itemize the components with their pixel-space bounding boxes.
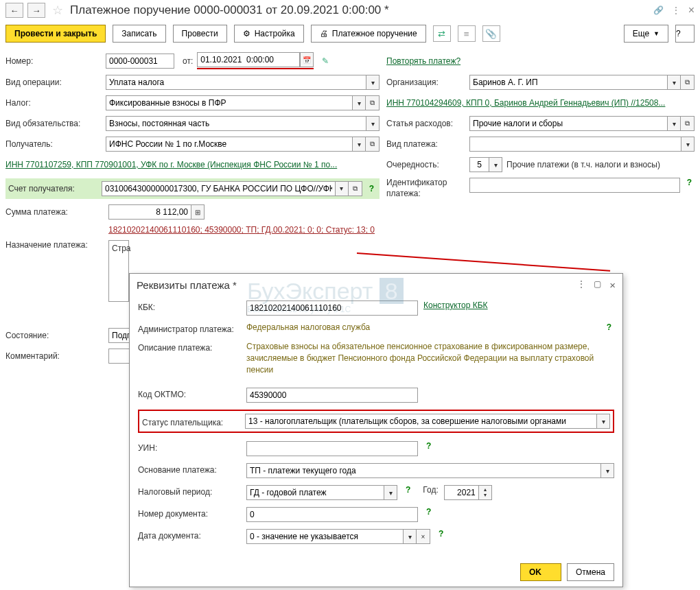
identifier-label: Идентификатор платежа: <box>386 178 465 199</box>
close-icon[interactable]: × <box>688 4 695 16</box>
pay-type-dropdown[interactable]: ▾ <box>681 137 695 152</box>
date-from-label: от: <box>183 56 193 66</box>
purpose-input[interactable]: Стра <box>108 240 129 302</box>
account-label: Счет получателя: <box>8 184 97 193</box>
payment-details-link[interactable]: 18210202140061110160; 45390000; ТП; ГД.0… <box>108 225 695 235</box>
recipient-input[interactable] <box>106 137 352 152</box>
identifier-input[interactable] <box>469 178 680 193</box>
account-help[interactable]: ? <box>366 184 377 193</box>
account-open[interactable]: ⧉ <box>349 181 362 196</box>
op-type-label: Вид операции: <box>5 78 102 87</box>
org-input[interactable] <box>469 75 667 90</box>
tax-input[interactable] <box>106 95 352 110</box>
tax-open[interactable]: ⧉ <box>366 95 380 110</box>
op-type-dropdown[interactable]: ▾ <box>366 75 380 90</box>
kbk-label: КБК: <box>138 300 241 312</box>
settings-label: Настройка <box>255 29 295 38</box>
favorite-icon[interactable]: ☆ <box>52 3 63 18</box>
print-button[interactable]: 🖨 Платежное поручение <box>311 25 426 43</box>
post-button[interactable]: Провести <box>173 25 227 43</box>
priority-label: Очередность: <box>386 160 465 169</box>
sum-label: Сумма платежа: <box>5 207 102 217</box>
modal-close-icon[interactable]: × <box>609 279 616 291</box>
pay-type-input[interactable] <box>469 137 681 152</box>
sum-input[interactable] <box>108 204 191 220</box>
window-toolbar: ← → ☆ Платежное поручение 0000-000031 от… <box>0 0 700 21</box>
pay-type-label: Вид платежа: <box>386 139 465 149</box>
priority-description: Прочие платежи (в т.ч. налоги и взносы) <box>506 160 660 169</box>
priority-dropdown[interactable]: ▾ <box>489 157 502 172</box>
chevron-down-icon: ▼ <box>653 30 660 37</box>
number-input[interactable] <box>106 54 174 69</box>
liability-dropdown[interactable]: ▾ <box>366 116 380 131</box>
admin-value: Федеральная налоговая служба <box>246 322 370 332</box>
extra-button-1[interactable]: ⇄ <box>433 25 451 42</box>
status-label: Состояние: <box>5 331 102 340</box>
identifier-help[interactable]: ? <box>684 178 695 187</box>
recipient-open[interactable]: ⧉ <box>366 137 380 152</box>
post-and-close-button[interactable]: Провести и закрыть <box>5 25 106 43</box>
command-bar: Провести и закрыть Записать Провести ⚙ Н… <box>0 21 700 47</box>
org-label: Организация: <box>386 78 465 87</box>
recipient-inn-link[interactable]: ИНН 7701107259, КПП 770901001, УФК по г.… <box>5 160 337 169</box>
number-label: Номер: <box>5 56 102 66</box>
extra-button-2[interactable]: ≡ <box>458 25 476 42</box>
attach-button[interactable]: 📎 <box>482 25 500 42</box>
forward-button[interactable]: → <box>27 3 45 18</box>
expense-dropdown[interactable]: ▾ <box>667 116 681 131</box>
op-type-input[interactable] <box>106 75 366 90</box>
more-button[interactable]: Еще ▼ <box>624 25 668 43</box>
admin-label: Администратор платежа: <box>138 322 241 334</box>
kbk-input[interactable] <box>246 300 418 316</box>
comment-label: Комментарий: <box>5 351 102 361</box>
print-icon: 🖨 <box>320 29 328 38</box>
modal-maximize-icon[interactable]: ▢ <box>594 279 601 291</box>
expense-label: Статья расходов: <box>386 119 465 128</box>
more-label: Еще <box>633 29 649 38</box>
account-input[interactable] <box>102 181 335 196</box>
calculator-icon[interactable]: ⊞ <box>191 204 205 220</box>
payer-inn-link[interactable]: ИНН 770104294609, КПП 0, Баринов Андрей … <box>386 98 665 108</box>
calendar-icon[interactable]: 📅 <box>300 52 314 67</box>
account-dropdown[interactable]: ▾ <box>335 181 349 196</box>
modal-menu-icon[interactable]: ⋮ <box>577 279 585 291</box>
desc-label: Описание платежа: <box>138 341 241 353</box>
recipient-label: Получатель: <box>5 139 102 149</box>
date-input[interactable] <box>197 52 300 67</box>
recipient-dropdown[interactable]: ▾ <box>352 137 366 152</box>
modal-title: Реквизиты платежа * <box>137 279 577 291</box>
help-button[interactable]: ? <box>675 25 695 43</box>
expense-input[interactable] <box>469 116 667 131</box>
tax-label: Налог: <box>5 98 102 108</box>
desc-value: Страховые взносы на обязательное пенсион… <box>246 341 614 375</box>
payment-details-modal: Реквизиты платежа * ⋮ ▢ × КБК: Конструкт… <box>129 273 623 375</box>
liability-input[interactable] <box>106 116 366 131</box>
org-open[interactable]: ⧉ <box>681 75 695 90</box>
tax-dropdown[interactable]: ▾ <box>352 95 366 110</box>
print-label: Платежное поручение <box>332 29 417 38</box>
link-icon[interactable]: 🔗 <box>653 5 664 15</box>
kbk-constructor-link[interactable]: Конструктор КБК <box>423 300 488 310</box>
admin-help[interactable]: ? <box>604 322 614 332</box>
org-dropdown[interactable]: ▾ <box>667 75 681 90</box>
priority-input[interactable] <box>469 157 489 172</box>
back-button[interactable]: ← <box>5 3 23 18</box>
gear-icon: ⚙ <box>243 29 250 38</box>
window-title: Платежное поручение 0000-000031 от 20.09… <box>70 3 649 17</box>
purpose-label: Назначение платежа: <box>5 240 102 251</box>
liability-label: Вид обязательства: <box>5 119 102 128</box>
repeat-payment-link[interactable]: Повторять платеж? <box>386 56 460 66</box>
more-menu-icon[interactable]: ⋮ <box>668 5 684 15</box>
save-button[interactable]: Записать <box>113 25 165 43</box>
edit-mode-icon[interactable]: ✎ <box>322 56 329 66</box>
settings-button[interactable]: ⚙ Настройка <box>234 25 304 43</box>
expense-open[interactable]: ⧉ <box>681 116 695 131</box>
